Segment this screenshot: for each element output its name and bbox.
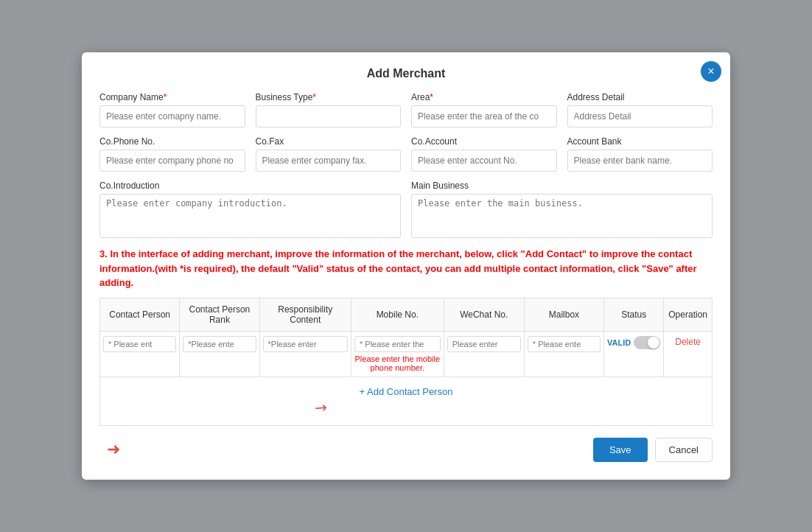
operation-cell: Delete [664,331,713,377]
mainbusiness-group: Main Business [411,181,713,238]
mobile-error: Please enter the mobile phone number. [354,354,441,372]
accountbank-group: Account Bank [567,136,713,172]
cophone-group: Co.Phone No. [99,136,245,172]
coaccount-group: Co.Account [411,136,557,172]
instruction-text: 3. In the interface of adding merchant, … [99,247,713,290]
accountbank-input[interactable] [567,150,713,172]
business-type-group: Business Type* [256,92,402,127]
close-button[interactable]: × [701,61,721,82]
delete-button[interactable]: Delete [675,337,701,347]
responsibility-input[interactable] [263,336,348,352]
accountbank-label: Account Bank [567,136,713,147]
add-contact-link[interactable]: + Add Contact Person [360,386,453,397]
area-input[interactable] [411,105,557,127]
cancel-button[interactable]: Cancel [655,438,713,462]
cofax-group: Co.Fax [256,136,402,172]
cophone-input[interactable] [99,150,245,172]
mainbusiness-input[interactable] [411,194,713,238]
col-header-wechat: WeChat No. [444,298,524,331]
company-name-label: Company Name* [99,92,245,102]
mainbusiness-label: Main Business [411,181,713,191]
responsibility-cell [259,331,351,377]
col-header-mobile: Mobile No. [351,298,444,331]
company-name-group: Company Name* [99,92,245,127]
contact-person-input[interactable] [103,336,176,352]
cofax-label: Co.Fax [256,136,402,147]
modal-footer: ➜ Save Cancel [99,438,713,462]
address-detail-label: Address Detail [567,92,713,102]
toggle-knob [648,337,659,349]
contact-rank-input[interactable] [183,336,256,352]
col-header-responsibility: Responsibility Content [259,298,351,331]
business-type-label: Business Type* [256,92,402,102]
area-group: Area* [411,92,557,127]
contact-person-cell [100,331,180,377]
cointro-input[interactable] [99,194,401,238]
col-header-operation: Operation [664,298,713,331]
coaccount-input[interactable] [411,150,557,172]
cointro-group: Co.Introduction [99,181,401,238]
wechat-cell [444,331,524,377]
mailbox-cell [524,331,603,377]
col-header-mailbox: Mailbox [524,298,603,331]
mobile-cell: Please enter the mobile phone number. [351,331,444,377]
cophone-label: Co.Phone No. [99,136,245,147]
cofax-input[interactable] [256,150,402,172]
arrow-icon: ↗ [311,396,332,418]
modal-overlay: × Add Merchant Company Name* Business Ty… [0,0,812,532]
mobile-input[interactable] [354,336,441,352]
cointro-label: Co.Introduction [99,181,401,191]
save-arrow-icon: ➜ [107,440,120,459]
address-detail-group: Address Detail [567,92,713,127]
status-toggle-container[interactable]: VALID [607,336,660,349]
contact-rank-cell [180,331,259,377]
table-row: Please enter the mobile phone number. VA… [100,331,713,377]
coaccount-label: Co.Account [411,136,557,147]
status-label: VALID [607,338,631,347]
add-merchant-modal: × Add Merchant Company Name* Business Ty… [82,52,730,480]
wechat-input[interactable] [447,336,521,352]
status-toggle[interactable] [634,336,660,349]
col-header-status: Status [604,298,664,331]
save-button[interactable]: Save [593,438,648,462]
col-header-contact-person: Contact Person [100,298,180,331]
address-detail-input[interactable] [567,105,713,127]
modal-title: Add Merchant [99,67,713,80]
add-contact-row: + Add Contact Person ↗ [99,377,713,426]
status-cell: VALID [604,331,664,377]
business-type-input[interactable] [256,105,402,127]
contact-table: Contact Person Contact Person Rank Respo… [99,298,713,377]
company-name-input[interactable] [99,105,245,127]
col-header-contact-rank: Contact Person Rank [180,298,259,331]
mailbox-input[interactable] [528,336,601,352]
area-label: Area* [411,92,557,102]
